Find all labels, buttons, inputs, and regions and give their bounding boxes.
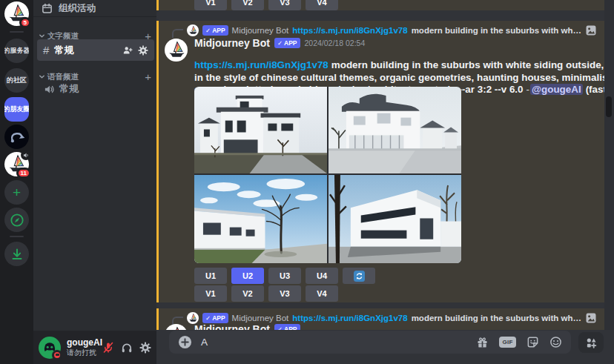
message-header: Midjourney Bot ✓APP 2024/02/18 02:54 xyxy=(194,37,365,49)
grid-image-bottom-right xyxy=(329,175,461,263)
message-midjourney: ✓APP Midjourney Bot https://s.mj.run/i8G… xyxy=(156,21,604,302)
voice-channel-item[interactable]: 常规 xyxy=(44,82,79,96)
u3-button[interactable]: U3 xyxy=(268,268,301,284)
sticker-picker-button[interactable] xyxy=(526,336,539,348)
headphones-icon xyxy=(121,342,133,354)
emoji-picker-button[interactable] xyxy=(549,336,562,348)
category-voice-channels[interactable]: 语音频道 + xyxy=(39,70,151,83)
mode-label: (fast) xyxy=(586,84,604,95)
composer-area: A GIF xyxy=(156,330,614,364)
reply-avatar[interactable] xyxy=(187,24,199,36)
channel-item-general[interactable]: # 常规 xyxy=(37,39,154,61)
author-name[interactable]: Midjourney Bot xyxy=(194,323,270,330)
prompt-link[interactable]: https://s.mj.run/i8GnXjg1v78 xyxy=(194,59,329,70)
speaker-icon xyxy=(23,152,30,159)
server-icon-4[interactable] xyxy=(4,125,29,149)
bot-avatar[interactable] xyxy=(165,324,188,330)
server-icon-1[interactable]: 的服务器 xyxy=(4,39,29,63)
deafen-button[interactable] xyxy=(121,342,133,354)
bot-avatar[interactable] xyxy=(165,39,188,62)
reply-preview[interactable]: ✓APP Midjourney Bot https://s.mj.run/i8G… xyxy=(172,24,597,36)
image-attachment-icon[interactable] xyxy=(585,312,597,324)
server-icon-midjourney[interactable]: 5 xyxy=(4,1,29,26)
author-name[interactable]: Midjourney Bot xyxy=(194,37,270,49)
timestamp: 2024/02/18 02:54 xyxy=(305,39,366,47)
image-attachment-icon[interactable] xyxy=(585,24,597,36)
dnd-status-badge xyxy=(52,350,62,360)
v3-button[interactable]: V3 xyxy=(268,0,301,10)
gif-icon: GIF xyxy=(499,337,516,348)
curved-arrow-icon xyxy=(6,126,28,148)
speaker-icon xyxy=(44,84,55,95)
calendar-icon xyxy=(42,3,53,14)
message-next-partial: ✓APP Midjourney Bot https://s.mj.run/i8G… xyxy=(156,308,604,330)
u4-button[interactable]: U4 xyxy=(306,268,338,284)
chat-area: V1 V2 V3 V4 ✓APP Midjourney Bot https://… xyxy=(156,0,614,364)
mic-muted-icon xyxy=(102,342,114,354)
app-badge: ✓APP xyxy=(274,38,300,48)
grid-image-bottom-left xyxy=(194,175,327,263)
user-panel: gougeAI 请勿打扰 xyxy=(33,331,156,364)
reply-text: modern building in the suburbs with whit… xyxy=(412,26,581,35)
reply-preview[interactable]: ✓APP Midjourney Bot https://s.mj.run/i8G… xyxy=(172,312,597,324)
hash-icon: # xyxy=(43,44,49,56)
server-icon-2[interactable]: 的社区 xyxy=(4,68,29,93)
chevron-down-icon xyxy=(39,33,45,39)
v4-button[interactable]: V4 xyxy=(306,285,338,302)
grid-image-top-left xyxy=(194,87,327,173)
server-icon-midjourney-2[interactable]: 11 xyxy=(4,152,29,176)
user-texts: gougeAI 请勿打扰 xyxy=(67,338,102,357)
reply-author[interactable]: Midjourney Bot xyxy=(232,26,289,35)
gift-button[interactable] xyxy=(476,336,489,348)
create-channel-button[interactable]: + xyxy=(145,70,151,83)
v2-button[interactable]: V2 xyxy=(231,0,264,10)
u1-button[interactable]: U1 xyxy=(194,268,227,284)
user-status: 请勿打扰 xyxy=(67,348,102,357)
mic-muted-button[interactable] xyxy=(102,342,114,354)
user-avatar[interactable] xyxy=(39,337,61,359)
generated-image-grid[interactable] xyxy=(194,87,461,263)
reply-author[interactable]: Midjourney Bot xyxy=(232,314,289,322)
rerun-button[interactable] xyxy=(343,268,375,284)
check-icon: ✓ xyxy=(205,27,211,34)
sailboat-icon xyxy=(165,39,188,62)
server-icon-3[interactable]: 的朋友圈 xyxy=(4,97,29,122)
channel-settings-gear-icon[interactable] xyxy=(138,45,148,56)
v1-button[interactable]: V1 xyxy=(194,285,227,302)
create-invite-icon[interactable] xyxy=(122,45,133,56)
rail-divider xyxy=(10,236,24,237)
username: gougeAI xyxy=(67,338,102,348)
v3-button[interactable]: V3 xyxy=(268,285,301,302)
app-badge: ✓APP xyxy=(202,313,228,323)
v4-button[interactable]: V4 xyxy=(306,0,338,10)
apps-launcher-button[interactable] xyxy=(578,332,604,353)
reply-link[interactable]: https://s.mj.run/i8GnXjg1v78 xyxy=(292,314,407,322)
check-icon: ✓ xyxy=(205,314,211,322)
sticker-icon xyxy=(526,336,539,348)
attach-plus-icon[interactable] xyxy=(178,335,192,349)
dash-separator: - xyxy=(526,84,529,95)
events-row[interactable]: 组织活动 xyxy=(33,0,156,17)
voice-channel-name: 常规 xyxy=(59,82,79,96)
unread-badge: 11 xyxy=(16,168,31,179)
sailboat-icon xyxy=(187,312,199,324)
gear-icon xyxy=(139,342,151,354)
user-mention[interactable]: @gougeAI xyxy=(530,84,583,95)
message-input[interactable]: A GIF xyxy=(169,331,571,354)
gif-picker-button[interactable]: GIF xyxy=(499,337,516,348)
unread-badge: 5 xyxy=(19,17,31,28)
explore-servers-button[interactable] xyxy=(4,208,29,232)
reply-link[interactable]: https://s.mj.run/i8GnXjg1v78 xyxy=(292,26,407,35)
typed-text: A xyxy=(201,337,208,348)
user-settings-button[interactable] xyxy=(139,342,151,354)
chat-scrollbar-thumb[interactable] xyxy=(606,96,612,117)
v2-button[interactable]: V2 xyxy=(231,285,264,302)
app-badge: ✓APP xyxy=(274,324,300,330)
reply-avatar[interactable] xyxy=(187,312,199,324)
discord-app: 5 的服务器 的社区 的朋友圈 11 + xyxy=(0,0,614,364)
v1-button[interactable]: V1 xyxy=(194,0,227,10)
download-apps-button[interactable] xyxy=(4,242,29,266)
message-header: Midjourney Bot ✓APP xyxy=(194,323,300,330)
add-server-button[interactable]: + xyxy=(4,180,29,205)
u2-button-selected[interactable]: U2 xyxy=(231,268,264,284)
